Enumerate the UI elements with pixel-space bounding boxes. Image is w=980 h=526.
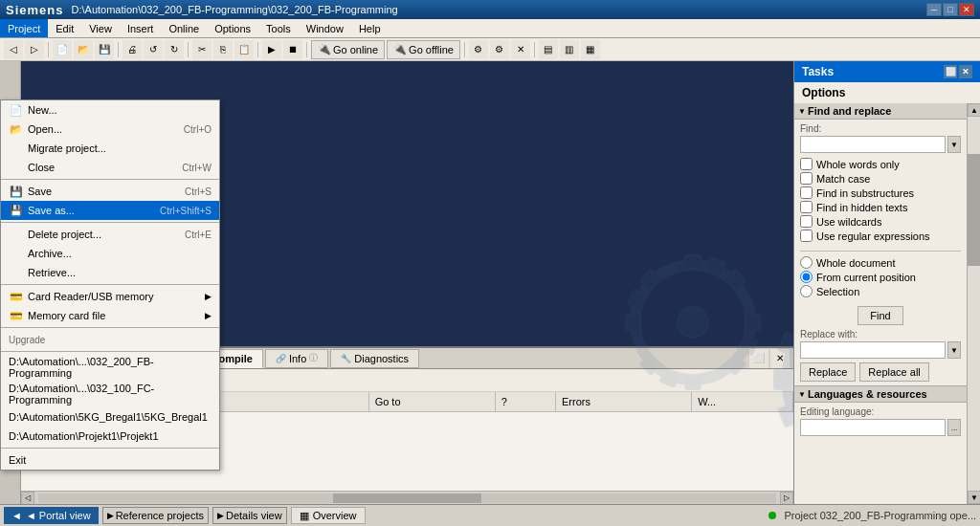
replace-dropdown[interactable]: ▼ bbox=[947, 341, 961, 359]
selection-radio[interactable] bbox=[800, 285, 813, 297]
minimize-button[interactable]: ─ bbox=[926, 3, 942, 16]
tasks-float-btn[interactable]: ⬜ bbox=[944, 65, 957, 78]
svg-rect-15 bbox=[778, 402, 793, 427]
tab-info[interactable]: 🔗 Info ⓘ bbox=[265, 349, 328, 368]
match-case-checkbox[interactable] bbox=[800, 172, 813, 185]
layout2-button[interactable]: ▥ bbox=[560, 40, 579, 59]
back-button[interactable]: ◁ bbox=[4, 40, 23, 59]
expand-icon: ▶ bbox=[107, 511, 114, 520]
status-bar: ◄ ◄ Portal view ▶ Reference projects ▶ D… bbox=[0, 504, 980, 526]
menu-tools[interactable]: Tools bbox=[258, 19, 299, 37]
redo-button[interactable]: ↻ bbox=[165, 40, 184, 59]
cut-button[interactable]: ✂ bbox=[192, 40, 212, 59]
misc1-button[interactable]: ✕ bbox=[511, 40, 530, 59]
menu-insert[interactable]: Insert bbox=[120, 19, 162, 37]
menu-help[interactable]: Help bbox=[351, 19, 389, 37]
paste-button[interactable]: 📋 bbox=[234, 40, 254, 59]
copy-button[interactable]: ⎘ bbox=[213, 40, 233, 59]
menu-card-reader[interactable]: 💳 Card Reader/USB memory ▶ bbox=[1, 287, 219, 306]
go-offline-icon: 🔌 bbox=[393, 43, 407, 55]
replace-button[interactable]: Replace bbox=[800, 362, 856, 382]
menu-options[interactable]: Options bbox=[207, 19, 258, 37]
regex-checkbox[interactable] bbox=[800, 230, 813, 242]
settings-button[interactable]: ⚙ bbox=[490, 40, 509, 59]
svg-rect-20 bbox=[685, 255, 701, 269]
menu-project[interactable]: Project bbox=[0, 19, 48, 37]
restore-button[interactable]: □ bbox=[943, 3, 958, 16]
menu-memory-card[interactable]: 💳 Memory card file ▶ bbox=[1, 306, 219, 325]
save-button[interactable]: 💾 bbox=[95, 40, 114, 59]
tab-diagnostics[interactable]: 🔧 Diagnostics bbox=[330, 349, 419, 368]
menu-recent-4[interactable]: D:\Automation\Projekt1\Projekt1 bbox=[1, 427, 219, 446]
replace-all-button[interactable]: Replace all bbox=[859, 362, 928, 382]
whole-doc-radio[interactable] bbox=[800, 256, 813, 269]
window-controls: ─ □ ✕ bbox=[926, 3, 974, 16]
menu-recent-2[interactable]: D:\Automation\...\032_100_FC-Programming bbox=[1, 381, 219, 407]
print-button[interactable]: 🖨 bbox=[122, 40, 142, 59]
editing-lang-input[interactable] bbox=[800, 419, 946, 436]
layout3-button[interactable]: ▦ bbox=[581, 40, 600, 59]
chevron-down-icon: ▼ bbox=[798, 107, 806, 116]
layout-button[interactable]: ▤ bbox=[539, 40, 558, 59]
menu-migrate[interactable]: Migrate project... bbox=[1, 139, 219, 158]
menu-archive[interactable]: Archive... bbox=[1, 244, 219, 263]
menu-recent-3[interactable]: D:\Automation\5KG_Bregal1\5KG_Bregal1 bbox=[1, 407, 219, 427]
languages-content: Editing language: ... bbox=[794, 403, 967, 440]
menu-saveas[interactable]: 💾 Save as... Ctrl+Shift+S bbox=[1, 201, 219, 220]
find-replace-content: Find: ▼ Whole words only Match case bbox=[794, 120, 967, 385]
find-button[interactable]: Find bbox=[858, 306, 902, 325]
menu-retrieve[interactable]: Retrieve... bbox=[1, 263, 219, 282]
forward-button[interactable]: ▷ bbox=[25, 40, 44, 59]
reference-projects-btn[interactable]: ▶ Reference projects bbox=[102, 507, 209, 524]
menu-exit[interactable]: Exit bbox=[1, 450, 219, 470]
svg-rect-22 bbox=[626, 315, 639, 330]
memory-card-icon: 💳 bbox=[9, 308, 24, 323]
current-pos-radio[interactable] bbox=[800, 271, 813, 283]
tasks-close-btn[interactable]: ✕ bbox=[959, 65, 972, 78]
find-replace-section-header[interactable]: ▼ Find and replace bbox=[794, 103, 967, 120]
editing-lang-browse[interactable]: ... bbox=[947, 419, 961, 436]
portal-view-button[interactable]: ◄ ◄ Portal view bbox=[4, 507, 99, 524]
menu-save[interactable]: 💾 Save Ctrl+S bbox=[1, 182, 219, 201]
menu-edit[interactable]: Edit bbox=[48, 19, 81, 37]
overview-button[interactable]: ▦ Overview bbox=[291, 507, 366, 524]
radio-current-pos: From current position bbox=[800, 270, 961, 284]
scroll-up-btn[interactable]: ▲ bbox=[968, 103, 980, 117]
close-button[interactable]: ✕ bbox=[959, 3, 974, 16]
scroll-down-btn[interactable]: ▼ bbox=[968, 491, 980, 504]
cpu-button[interactable]: ⚙ bbox=[469, 40, 488, 59]
run-button[interactable]: ▶ bbox=[262, 40, 281, 59]
substructures-checkbox[interactable] bbox=[800, 186, 813, 199]
go-offline-button[interactable]: 🔌 Go offline bbox=[387, 40, 460, 59]
cb-whole-words: Whole words only bbox=[800, 157, 961, 171]
menu-delete-project[interactable]: Delete project... Ctrl+E bbox=[1, 225, 219, 244]
details-view-btn[interactable]: ▶ Details view bbox=[212, 507, 287, 524]
menu-new[interactable]: 📄 New... bbox=[1, 100, 219, 120]
hidden-checkbox[interactable] bbox=[800, 201, 813, 213]
find-dropdown[interactable]: ▼ bbox=[947, 136, 961, 153]
replace-input[interactable] bbox=[800, 341, 946, 359]
menu-close[interactable]: Close Ctrl+W bbox=[1, 158, 219, 177]
languages-title: Languages & resources bbox=[808, 388, 927, 400]
menu-window[interactable]: Window bbox=[299, 19, 351, 37]
new-button[interactable]: 📄 bbox=[53, 40, 72, 59]
undo-button[interactable]: ↺ bbox=[144, 40, 163, 59]
open-button[interactable]: 📂 bbox=[74, 40, 93, 59]
find-input[interactable] bbox=[800, 136, 946, 153]
wildcards-checkbox[interactable] bbox=[800, 215, 813, 228]
tasks-panel-header: Tasks ⬜ ✕ bbox=[794, 61, 980, 82]
menu-recent-1[interactable]: D:\Automation\...\032_200_FB-Programming bbox=[1, 354, 219, 381]
whole-words-checkbox[interactable] bbox=[800, 158, 813, 170]
languages-section-header[interactable]: ▼ Languages & resources bbox=[794, 385, 967, 403]
menu-view[interactable]: View bbox=[81, 19, 120, 37]
menu-open[interactable]: 📂 Open... Ctrl+O bbox=[1, 120, 219, 139]
cb-substructures: Find in substructures bbox=[800, 186, 961, 200]
scroll-track[interactable] bbox=[38, 493, 776, 503]
title-bar: Siemens D:\Automation\032_200_FB-Program… bbox=[0, 0, 980, 19]
go-online-button[interactable]: 🔌 Go online bbox=[311, 40, 385, 59]
scroll-track-right[interactable] bbox=[968, 117, 980, 491]
menu-online[interactable]: Online bbox=[161, 19, 207, 37]
scroll-left[interactable]: ◁ bbox=[21, 492, 34, 505]
stop-button[interactable]: ⏹ bbox=[283, 40, 302, 59]
cb-regex: Use regular expressions bbox=[800, 229, 961, 243]
